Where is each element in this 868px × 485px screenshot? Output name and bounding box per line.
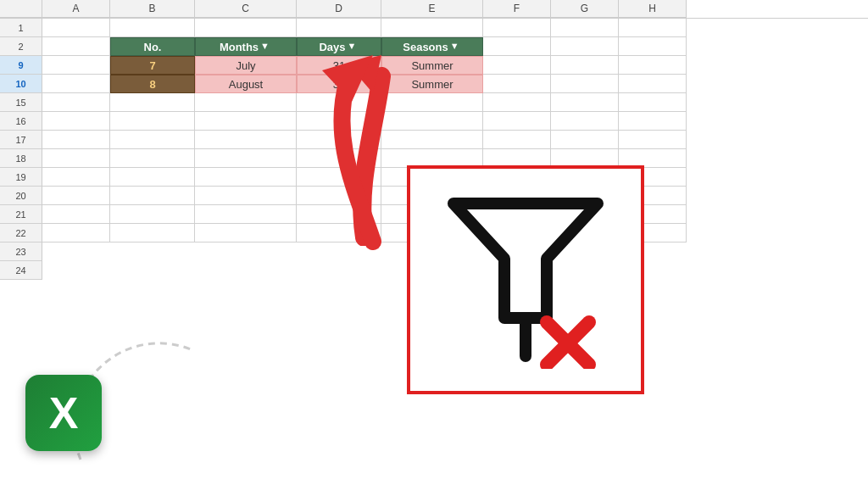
col-header-a: A [42, 0, 110, 18]
table-row [42, 93, 868, 112]
row-num-9: 9 [0, 56, 42, 75]
cell-a1 [42, 19, 110, 37]
filter-clear-icon [445, 191, 606, 369]
table-row [42, 112, 868, 131]
cell-days-31-august: 31 [297, 75, 381, 93]
cell-a2 [42, 37, 110, 56]
cell-season-summer-august: Summer [381, 75, 483, 93]
row-num-17: 17 [0, 131, 42, 149]
row-num-23: 23 [0, 242, 42, 261]
table-row: 8 August 31 Summer [42, 75, 868, 93]
row-num-15: 15 [0, 93, 42, 112]
row-num-24: 24 [0, 261, 42, 280]
cell-days-31-july: 31 [297, 56, 381, 75]
header-days: Days ▼ [297, 37, 381, 56]
cell-e1 [381, 19, 483, 37]
row-num-20: 20 [0, 187, 42, 205]
header-seasons: Seasons ▼ [381, 37, 483, 56]
row-num-22: 22 [0, 224, 42, 242]
header-no: No. [110, 37, 195, 56]
cell-f9 [483, 56, 551, 75]
row-num-18: 18 [0, 149, 42, 168]
col-header-h: H [619, 0, 687, 18]
corner-cell [0, 0, 42, 18]
row-numbers: 1 2 9 10 15 16 17 18 19 20 21 22 23 24 [0, 19, 42, 280]
row-num-19: 19 [0, 168, 42, 187]
cell-f2 [483, 37, 551, 56]
table-row: 7 July 31 Summer [42, 56, 868, 75]
excel-logo: X [25, 375, 102, 451]
cell-f10 [483, 75, 551, 93]
cell-no-7: 7 [110, 56, 195, 75]
cell-d1 [297, 19, 381, 37]
cell-f1 [483, 19, 551, 37]
col-header-c: C [195, 0, 297, 18]
col-header-e: E [381, 0, 483, 18]
cell-g2 [551, 37, 619, 56]
cell-a10 [42, 75, 110, 93]
cell-c1 [195, 19, 297, 37]
cell-a9 [42, 56, 110, 75]
cell-h10 [619, 75, 687, 93]
cell-h2 [619, 37, 687, 56]
table-row [42, 131, 868, 149]
cell-g1 [551, 19, 619, 37]
cell-g10 [551, 75, 619, 93]
cell-g9 [551, 56, 619, 75]
cell-h9 [619, 56, 687, 75]
filter-clear-box[interactable] [407, 165, 644, 394]
row-num-10: 10 [0, 75, 42, 93]
column-headers: A B C D E F G H [0, 0, 868, 19]
col-header-b: B [110, 0, 195, 18]
days-filter-icon[interactable]: ▼ [348, 41, 359, 53]
col-header-f: F [483, 0, 551, 18]
cell-b1 [110, 19, 195, 37]
col-header-d: D [297, 0, 381, 18]
row-num-1: 1 [0, 19, 42, 37]
cell-h1 [619, 19, 687, 37]
cell-season-summer-july: Summer [381, 56, 483, 75]
months-filter-icon[interactable]: ▼ [260, 41, 272, 53]
seasons-filter-icon[interactable]: ▼ [450, 41, 462, 53]
col-header-g: G [551, 0, 619, 18]
row-num-16: 16 [0, 112, 42, 131]
header-months: Months ▼ [195, 37, 297, 56]
row-num-21: 21 [0, 205, 42, 224]
cell-no-8: 8 [110, 75, 195, 93]
table-row [42, 19, 868, 37]
cell-month-august: August [195, 75, 297, 93]
row-num-2: 2 [0, 37, 42, 56]
cell-month-july: July [195, 56, 297, 75]
table-row: No. Months ▼ Days ▼ Seasons ▼ [42, 37, 868, 56]
